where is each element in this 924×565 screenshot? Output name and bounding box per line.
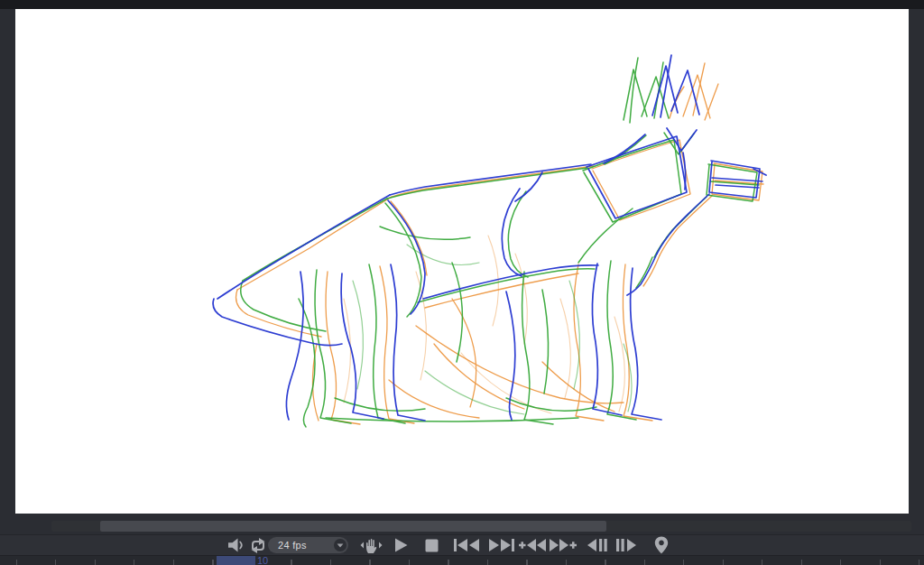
jump-to-start-icon (454, 538, 480, 552)
chevron-down-icon (334, 539, 346, 551)
dog-sketch (15, 9, 909, 514)
timeline-ruler[interactable]: 10 (0, 555, 924, 565)
add-marker-button[interactable] (653, 535, 670, 555)
play-button[interactable] (394, 535, 409, 555)
mute-button[interactable] (227, 535, 245, 555)
previous-frame-icon (587, 538, 608, 552)
previous-frame-button[interactable] (586, 535, 608, 555)
play-icon (395, 538, 408, 552)
next-keyframe-icon (549, 538, 577, 552)
scrub-button[interactable] (356, 535, 386, 555)
next-frame-icon (615, 538, 637, 552)
stop-icon (425, 539, 439, 552)
ruler-tick-marks (0, 560, 924, 565)
jump-to-end-icon (488, 538, 514, 552)
playback-toolbar: 24 fps (0, 534, 924, 555)
stop-button[interactable] (424, 535, 439, 555)
window-top-bar (0, 0, 924, 9)
frame-rate-field[interactable]: 24 fps (268, 537, 348, 553)
jump-to-start-button[interactable] (453, 535, 480, 555)
speaker-icon (228, 538, 245, 552)
location-pin-icon (654, 536, 669, 554)
previous-keyframe-icon (519, 538, 547, 552)
app-window: 24 fps (0, 0, 924, 565)
frame-rate-value: 24 fps (268, 540, 307, 551)
jump-to-end-button[interactable] (487, 535, 514, 555)
onion-skin-frame-orange-light (344, 236, 624, 413)
next-frame-button[interactable] (614, 535, 637, 555)
frame-number-label: 10 (257, 556, 268, 565)
drawing-canvas[interactable] (15, 9, 909, 514)
hand-scrub-icon (360, 536, 383, 554)
next-keyframe-button[interactable] (548, 535, 577, 555)
previous-keyframe-button[interactable] (518, 535, 547, 555)
horizontal-scrollbar-thumb[interactable] (100, 521, 606, 532)
timeline-selected-frame[interactable] (217, 556, 255, 565)
fps-dropdown-button[interactable] (334, 539, 346, 551)
loop-playback-button[interactable] (249, 535, 267, 555)
loop-icon (249, 537, 267, 554)
